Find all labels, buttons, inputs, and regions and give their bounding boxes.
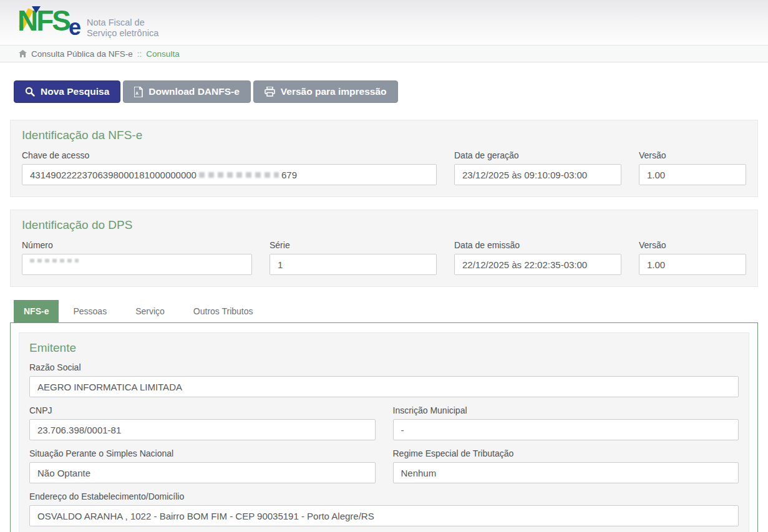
emitente-title: Emitente <box>29 341 739 355</box>
section-title-nfse: Identificação da NFS-e <box>22 128 746 142</box>
data-emissao-input[interactable]: 22/12/2025 às 22:02:35-03:00 <box>454 254 621 275</box>
breadcrumb-current[interactable]: Consulta <box>146 49 179 59</box>
chave-acesso-field: Chave de acesso 431490222237063980001810… <box>22 150 437 185</box>
section-identificacao-nfse: Identificação da NFS-e Chave de acesso 4… <box>10 120 758 197</box>
section-identificacao-dps: Identificação do DPS Número Série 1 Data… <box>10 210 758 287</box>
logo-tagline-line2: Serviço eletrônica <box>87 28 158 38</box>
section-emitente: Emitente Razão Social AEGRO INFORMATICA … <box>19 332 749 532</box>
simples-nacional-field: Situação Perante o Simples Nacional Não … <box>29 448 376 483</box>
search-icon <box>25 87 35 97</box>
versao-nfse-input[interactable]: 1.00 <box>639 164 746 185</box>
razao-social-field: Razão Social AEGRO INFORMATICA LIMITADA <box>29 362 739 397</box>
endereco-field: Endereço do Estabelecimento/Domicílio OS… <box>29 491 739 526</box>
numero-redaction <box>30 259 79 263</box>
logo-e-text: e <box>69 16 81 39</box>
tab-nfse[interactable]: NFS-e <box>14 300 59 322</box>
tab-panel-nfse: Emitente Razão Social AEGRO INFORMATICA … <box>10 322 758 532</box>
logo-nfs-text: NFS <box>17 6 69 35</box>
numero-label: Número <box>22 240 252 250</box>
numero-field: Número <box>22 240 252 275</box>
razao-social-input[interactable]: AEGRO INFORMATICA LIMITADA <box>29 376 739 397</box>
pdf-file-icon: A <box>134 87 143 97</box>
serie-input[interactable]: 1 <box>270 254 437 275</box>
razao-social-label: Razão Social <box>29 362 739 372</box>
breadcrumb-separator: :: <box>137 49 142 59</box>
svg-text:A: A <box>135 91 139 95</box>
data-geracao-label: Data de geração <box>454 150 621 160</box>
download-danfse-button[interactable]: A Download DANFS-e <box>123 80 251 103</box>
versao-dps-label: Versão <box>639 240 746 250</box>
tabs-section: NFS-e Pessoas Serviço Outros Tributos Em… <box>10 300 758 532</box>
section-title-dps: Identificação do DPS <box>22 218 746 232</box>
data-emissao-field: Data de emissão 22/12/2025 às 22:02:35-0… <box>454 240 621 275</box>
chave-acesso-value-prefix: 43149022223706398000181000000000 <box>30 170 197 180</box>
cnpj-label: CNPJ <box>29 405 376 415</box>
serie-field: Série 1 <box>270 240 437 275</box>
toolbar: Nova Pesquisa A Download DANFS-e Versão … <box>14 80 758 103</box>
printer-icon <box>265 87 275 97</box>
tab-outros-tributos[interactable]: Outros Tributos <box>183 300 263 322</box>
inscricao-municipal-input[interactable]: - <box>393 419 739 440</box>
logo-blue-tip <box>32 6 41 13</box>
logo-tagline: Nota Fiscal de Serviço eletrônica <box>87 17 158 38</box>
download-danfse-label: Download DANFS-e <box>148 86 240 97</box>
chave-acesso-value-suffix: 679 <box>281 170 297 180</box>
app-header: NFS e Nota Fiscal de Serviço eletrônica <box>0 0 768 45</box>
tab-servico[interactable]: Serviço <box>125 300 175 322</box>
versao-dps-field: Versão 1.00 <box>639 240 746 275</box>
chave-acesso-label: Chave de acesso <box>22 150 437 160</box>
serie-label: Série <box>270 240 437 250</box>
versao-impressao-button[interactable]: Versão para impressão <box>253 80 398 103</box>
inscricao-municipal-field: Inscrição Municipal - <box>393 405 739 440</box>
data-geracao-input[interactable]: 23/12/2025 às 09:10:09-03:00 <box>454 164 621 185</box>
breadcrumb: Consulta Pública da NFS-e :: Consulta <box>0 45 768 62</box>
versao-impressao-label: Versão para impressão <box>281 86 387 97</box>
regime-especial-input[interactable]: Nenhum <box>393 462 739 483</box>
simples-nacional-input[interactable]: Não Optante <box>29 462 376 483</box>
main-content: Identificação da NFS-e Chave de acesso 4… <box>0 120 768 287</box>
breadcrumb-root[interactable]: Consulta Pública da NFS-e <box>31 49 133 59</box>
home-icon[interactable] <box>19 50 27 57</box>
cnpj-input[interactable]: 23.706.398/0001-81 <box>29 419 376 440</box>
tab-pessoas[interactable]: Pessoas <box>63 300 117 322</box>
nova-pesquisa-label: Nova Pesquisa <box>41 86 109 97</box>
versao-nfse-field: Versão 1.00 <box>639 150 746 185</box>
endereco-input[interactable]: OSVALDO ARANHA , 1022 - Bairro BOM FIM -… <box>29 505 739 526</box>
nfse-logo: NFS e Nota Fiscal de Serviço eletrônica <box>17 6 158 39</box>
cnpj-field: CNPJ 23.706.398/0001-81 <box>29 405 376 440</box>
nova-pesquisa-button[interactable]: Nova Pesquisa <box>14 80 120 103</box>
chave-acesso-input[interactable]: 43149022223706398000181000000000 679 <box>22 164 437 185</box>
data-geracao-field: Data de geração 23/12/2025 às 09:10:09-0… <box>454 150 621 185</box>
regime-especial-field: Regime Especial de Tributação Nenhum <box>393 448 739 483</box>
chave-acesso-redaction <box>199 172 279 178</box>
regime-especial-label: Regime Especial de Tributação <box>393 448 739 458</box>
endereco-label: Endereço do Estabelecimento/Domicílio <box>29 491 739 501</box>
tab-bar: NFS-e Pessoas Serviço Outros Tributos <box>14 300 758 322</box>
versao-nfse-label: Versão <box>639 150 746 160</box>
inscricao-municipal-label: Inscrição Municipal <box>393 405 739 415</box>
numero-input[interactable] <box>22 254 252 275</box>
versao-dps-input[interactable]: 1.00 <box>639 254 746 275</box>
data-emissao-label: Data de emissão <box>454 240 621 250</box>
simples-nacional-label: Situação Perante o Simples Nacional <box>29 448 376 458</box>
logo-tagline-line1: Nota Fiscal de <box>87 17 145 27</box>
